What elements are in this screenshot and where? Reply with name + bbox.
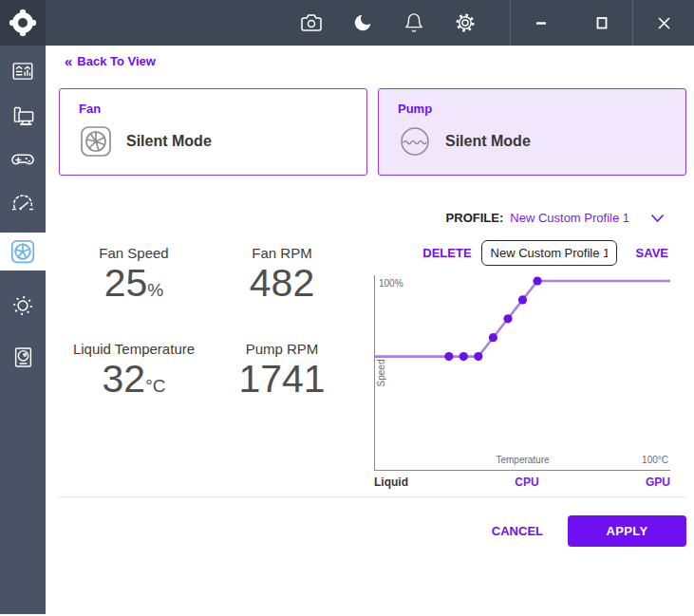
stat-value: 32 [103,357,146,401]
telemetry-stats: Fan Speed 25% Fan RPM 482 Liquid Tempera… [59,245,355,408]
stat-value: 1741 [238,357,325,401]
curve-point[interactable] [489,333,497,342]
close-button[interactable] [633,0,694,46]
cooler-device-icon [10,345,36,370]
dashboard-icon [10,59,35,84]
fan-curve-svg[interactable] [375,275,671,471]
fan-curve-chart: 100% Speed Temperature 100°C Liquid CPU … [374,275,670,489]
sidebar-item-cooling-active[interactable] [0,233,46,271]
sidebar-item-pc-monitoring[interactable] [0,94,46,138]
stat-value: 482 [250,261,314,305]
curve-point[interactable] [444,352,453,361]
pump-card-title: Pump [398,102,666,116]
curve-point[interactable] [503,314,512,323]
profile-name-input[interactable] [481,240,617,266]
fan-card-title: Fan [79,102,347,116]
stat-label: Fan RPM [209,245,355,261]
sidebar-item-performance[interactable] [0,181,46,225]
x-max-label: 100°C [642,455,668,465]
settings-gear-icon[interactable] [453,10,478,35]
double-chevron-left-icon: « [65,53,71,69]
stat-label: Liquid Temperature [59,341,209,357]
sidebar-item-lighting[interactable] [0,284,46,327]
x-axis-label: Temperature [375,455,670,465]
stat-value: 25 [104,261,148,305]
section-divider [59,496,686,497]
y-axis-label: Speed [376,359,386,386]
gauge-icon [9,190,36,216]
fan-mode-value: Silent Mode [126,133,212,150]
stat-unit: % [147,280,163,300]
notifications-bell-icon[interactable] [402,10,426,35]
save-profile-button[interactable]: SAVE [636,246,668,260]
sidebar-item-dashboard[interactable] [0,49,46,93]
profile-dropdown[interactable]: PROFILE: New Custom Profile 1 [446,211,665,225]
delete-profile-button[interactable]: DELETE [422,246,471,260]
stat-pump-rpm: Pump RPM 1741 [209,341,355,408]
fan-icon [79,124,113,159]
minimize-button[interactable] [511,0,572,46]
lighting-sun-icon [9,292,36,319]
curve-point[interactable] [460,352,468,361]
tab-cpu[interactable]: CPU [515,476,538,489]
sidebar-nav [0,46,46,614]
profile-label: PROFILE: [446,211,504,225]
topbar-actions [299,0,478,46]
sidebar-item-cooler-device[interactable] [0,335,46,379]
nzxt-logo-icon [9,9,37,37]
chevron-down-icon [650,214,665,223]
stat-unit: °C [145,376,165,396]
main-content: « Back To View Fan Silent Mode Pump [46,46,694,616]
apply-button[interactable]: APPLY [568,515,686,547]
screenshot-camera-icon[interactable] [299,10,324,35]
pump-mode-card[interactable]: Pump Silent Mode [378,88,686,176]
fan-mode-card[interactable]: Fan Silent Mode [59,88,367,176]
fan-cooling-icon [9,237,37,266]
profile-editor-row: DELETE SAVE [422,240,668,266]
app-logo[interactable] [0,0,46,46]
stat-liquid-temperature: Liquid Temperature 32°C [59,341,209,408]
sidebar-item-games[interactable] [0,138,46,181]
tab-liquid[interactable]: Liquid [374,476,408,489]
cancel-button[interactable]: CANCEL [492,524,543,538]
dark-mode-moon-icon[interactable] [350,10,375,35]
sensor-source-tabs: Liquid CPU GPU [374,476,670,489]
curve-point[interactable] [534,276,542,285]
maximize-button[interactable] [572,0,632,46]
back-to-view-link[interactable]: « Back To View [65,53,156,69]
stat-label: Pump RPM [209,341,355,357]
footer-actions: CANCEL APPLY [492,515,686,547]
stat-fan-speed: Fan Speed 25% [59,245,209,312]
fan-curve-plot[interactable]: 100% Speed Temperature 100°C [374,275,670,471]
y-max-label: 100% [379,278,403,289]
title-bar [0,0,694,46]
tab-gpu[interactable]: GPU [646,476,670,489]
stat-fan-rpm: Fan RPM 482 [209,245,355,312]
back-link-label: Back To View [77,54,156,68]
pump-mode-value: Silent Mode [445,133,531,150]
stat-label: Fan Speed [59,245,209,261]
pump-liquid-icon [398,124,432,159]
curve-point[interactable] [474,352,482,361]
window-controls [510,0,694,46]
game-controller-icon [9,146,36,173]
app-window: « Back To View Fan Silent Mode Pump [0,0,694,616]
profile-selected-value: New Custom Profile 1 [510,211,629,225]
pc-monitoring-icon [10,103,36,129]
curve-point[interactable] [518,295,527,304]
